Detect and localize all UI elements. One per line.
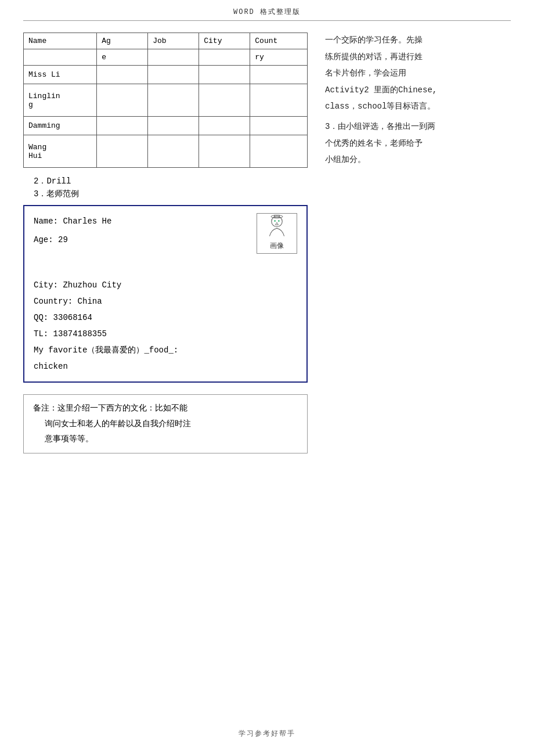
table-header-row2: e ry xyxy=(24,49,308,66)
cell-miss-li: Miss Li xyxy=(24,66,97,84)
card-food-value: chicken xyxy=(34,358,297,375)
left-column: Name Ag Job City Count e ry Miss Li xyxy=(23,33,313,453)
business-card: 画像 Name: Charles He Age: 29 City: Zhuzho… xyxy=(23,205,308,383)
page-header: WORD 格式整理版 xyxy=(0,0,534,20)
col-name-empty xyxy=(24,49,97,66)
table-row: Lingling xyxy=(24,84,308,117)
page-footer: 学习参考好帮手 xyxy=(0,729,534,739)
header-divider xyxy=(23,20,511,21)
right-line5: class，school等目标语言。 xyxy=(325,99,511,114)
note-line3: 意事项等等。 xyxy=(33,431,298,447)
right-item3-line2: 个优秀的姓名卡，老师给予 xyxy=(325,136,511,152)
col-name: Name xyxy=(24,33,97,49)
table-header-row1: Name Ag Job City Count xyxy=(24,33,308,49)
col-job-empty xyxy=(148,49,199,66)
right-line2: 练所提供的对话，再进行姓 xyxy=(325,49,511,65)
svg-point-1 xyxy=(274,220,276,222)
cell-wang-hui: WangHui xyxy=(24,135,97,168)
drill-label: 2．Drill xyxy=(34,176,308,186)
portrait-svg xyxy=(262,214,291,238)
portrait-label: 画像 xyxy=(270,239,284,253)
portrait-area: 画像 xyxy=(257,213,297,254)
right-item3-line1: 3．由小组评选，各推出一到两 xyxy=(325,119,511,135)
col-age1: Ag xyxy=(97,33,148,49)
right-column: 一个交际的学习任务。先操 练所提供的对话，再进行姓 名卡片创作，学会运用 Act… xyxy=(313,33,511,453)
page-content: Name Ag Job City Count e ry Miss Li xyxy=(23,33,511,453)
col-job: Job xyxy=(148,33,199,49)
table-row: Miss Li xyxy=(24,66,308,84)
note-line2: 询问女士和老人的年龄以及自我介绍时注 xyxy=(33,416,298,432)
right-item3-line3: 小组加分。 xyxy=(325,152,511,168)
card-qq: QQ: 33068164 xyxy=(34,309,297,326)
header-title: WORD 格式整理版 xyxy=(233,8,301,16)
right-line4: Activity2 里面的Chinese, xyxy=(325,82,511,98)
svg-point-2 xyxy=(278,220,280,222)
teacher-example-label: 3．老师范例 xyxy=(34,189,308,199)
card-tl: TL: 13874188355 xyxy=(34,326,297,342)
name-table: Name Ag Job City Count e ry Miss Li xyxy=(23,33,308,168)
col-country2: ry xyxy=(250,49,308,66)
card-city: City: Zhuzhou City xyxy=(34,277,297,293)
card-food-label: My favorite（我最喜爱的）_food_: xyxy=(34,342,297,358)
cell-linglin: Lingling xyxy=(24,84,97,117)
table-row: WangHui xyxy=(24,135,308,168)
col-city-empty xyxy=(199,49,250,66)
footer-text: 学习参考好帮手 xyxy=(239,730,295,738)
card-country: Country: China xyxy=(34,293,297,309)
right-line3: 名卡片创作，学会运用 xyxy=(325,66,511,81)
col-city: City xyxy=(199,33,250,49)
right-line1: 一个交际的学习任务。先操 xyxy=(325,33,511,48)
table-row: Damming xyxy=(24,117,308,135)
col-country1: Count xyxy=(250,33,308,49)
note-line1: 备注：这里介绍一下西方的文化：比如不能 xyxy=(33,401,298,416)
note-box: 备注：这里介绍一下西方的文化：比如不能 询问女士和老人的年龄以及自我介绍时注 意… xyxy=(23,394,308,453)
cell-damming: Damming xyxy=(24,117,97,135)
svg-marker-3 xyxy=(275,222,278,225)
col-age2: e xyxy=(97,49,148,66)
